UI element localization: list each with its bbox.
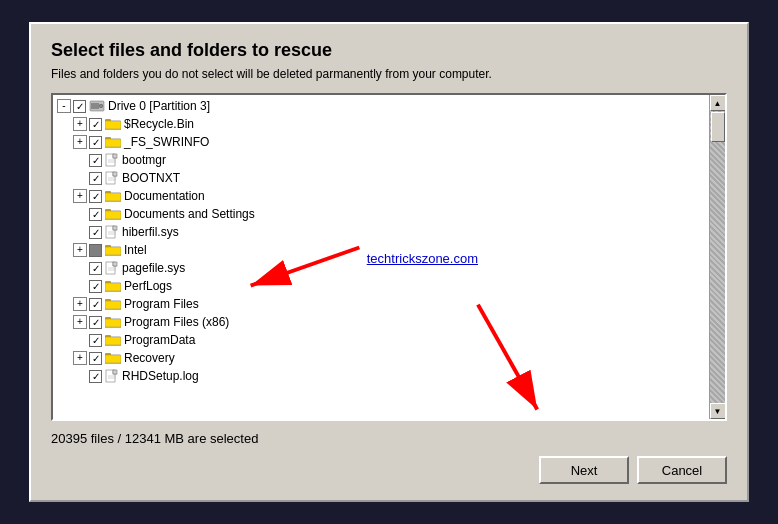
checkbox[interactable]: ✓ xyxy=(89,226,102,239)
checkbox[interactable]: ✓ xyxy=(89,136,102,149)
item-label: Documents and Settings xyxy=(124,207,255,221)
svg-rect-59 xyxy=(105,337,121,345)
file-tree-panel: -✓ Drive 0 [Partition 3]+✓ $Recycle.Bin+… xyxy=(51,93,727,421)
folder-icon xyxy=(105,352,121,364)
svg-rect-7 xyxy=(105,121,121,129)
tree-item[interactable]: +✓ _FS_SWRINFO xyxy=(55,133,707,151)
tree-item[interactable]: ✓ bootmgr xyxy=(55,151,707,169)
folder-icon xyxy=(105,298,121,310)
dialog-title: Select files and folders to rescue xyxy=(51,40,727,61)
svg-rect-66 xyxy=(113,370,117,374)
tree-item[interactable]: ✓ ProgramData xyxy=(55,331,707,349)
item-label: bootmgr xyxy=(122,153,166,167)
watermark-text: techtrickszone.com xyxy=(367,251,478,266)
folder-icon xyxy=(105,136,121,148)
item-label: _FS_SWRINFO xyxy=(124,135,209,149)
folder-icon xyxy=(105,244,121,256)
folder-icon xyxy=(105,316,121,328)
hdd-icon xyxy=(89,99,105,113)
svg-rect-14 xyxy=(113,154,117,158)
next-button[interactable]: Next xyxy=(539,456,629,484)
checkbox[interactable]: ✓ xyxy=(89,208,102,221)
file-icon xyxy=(105,153,119,167)
item-label: Recovery xyxy=(124,351,175,365)
tree-item[interactable]: ✓ RHDSetup.log xyxy=(55,367,707,385)
svg-rect-63 xyxy=(105,355,121,363)
checkbox[interactable]: ✓ xyxy=(89,298,102,311)
rescue-dialog: Select files and folders to rescue Files… xyxy=(29,22,749,502)
svg-rect-32 xyxy=(113,226,117,230)
svg-rect-25 xyxy=(105,193,121,201)
item-label: Documentation xyxy=(124,189,205,203)
scrollbar[interactable]: ▲ ▼ xyxy=(709,95,725,419)
folder-icon xyxy=(105,118,121,130)
svg-rect-1 xyxy=(91,103,99,109)
scroll-track[interactable] xyxy=(710,111,725,403)
checkbox[interactable]: ✓ xyxy=(89,352,102,365)
cancel-button[interactable]: Cancel xyxy=(637,456,727,484)
item-label: hiberfil.sys xyxy=(122,225,179,239)
button-row: Next Cancel xyxy=(51,456,727,484)
svg-rect-55 xyxy=(105,319,121,327)
item-label: Drive 0 [Partition 3] xyxy=(108,99,210,113)
item-label: BOOTNXT xyxy=(122,171,180,185)
svg-rect-11 xyxy=(105,139,121,147)
folder-icon xyxy=(105,280,121,292)
tree-item[interactable]: +✓ Documentation xyxy=(55,187,707,205)
tree-item[interactable]: +✓ Program Files xyxy=(55,295,707,313)
checkbox[interactable]: ✓ xyxy=(89,172,102,185)
checkbox[interactable]: ✓ xyxy=(89,316,102,329)
tree-item[interactable]: ✓ BOOTNXT xyxy=(55,169,707,187)
svg-point-3 xyxy=(100,105,102,107)
checkbox[interactable]: ✓ xyxy=(89,118,102,131)
item-label: ProgramData xyxy=(124,333,195,347)
checkbox[interactable]: ✓ xyxy=(89,154,102,167)
tree-item[interactable]: ✓ Documents and Settings xyxy=(55,205,707,223)
item-label: Program Files xyxy=(124,297,199,311)
svg-rect-51 xyxy=(105,301,121,309)
tree-item[interactable]: -✓ Drive 0 [Partition 3] xyxy=(55,97,707,115)
folder-icon xyxy=(105,190,121,202)
file-icon xyxy=(105,369,119,383)
scroll-down-btn[interactable]: ▼ xyxy=(710,403,726,419)
tree-item[interactable]: +✓ $Recycle.Bin xyxy=(55,115,707,133)
file-icon xyxy=(105,261,119,275)
dialog-subtitle: Files and folders you do not select will… xyxy=(51,67,727,81)
scroll-thumb[interactable] xyxy=(711,112,725,142)
svg-rect-19 xyxy=(113,172,117,176)
svg-rect-41 xyxy=(113,262,117,266)
folder-icon xyxy=(105,334,121,346)
folder-icon xyxy=(105,208,121,220)
scroll-up-btn[interactable]: ▲ xyxy=(710,95,726,111)
checkbox[interactable]: ✓ xyxy=(89,370,102,383)
item-label: pagefile.sys xyxy=(122,261,185,275)
svg-rect-47 xyxy=(105,283,121,291)
svg-rect-38 xyxy=(105,247,121,255)
tree-item[interactable]: ✓ hiberfil.sys xyxy=(55,223,707,241)
tree-item[interactable]: +✓ Program Files (x86) xyxy=(55,313,707,331)
checkbox[interactable] xyxy=(89,244,102,257)
item-label: Program Files (x86) xyxy=(124,315,229,329)
tree-item[interactable]: +✓ Recovery xyxy=(55,349,707,367)
checkbox[interactable]: ✓ xyxy=(89,262,102,275)
file-icon xyxy=(105,225,119,239)
item-label: PerfLogs xyxy=(124,279,172,293)
checkbox[interactable]: ✓ xyxy=(73,100,86,113)
item-label: $Recycle.Bin xyxy=(124,117,194,131)
file-icon xyxy=(105,171,119,185)
svg-rect-29 xyxy=(105,211,121,219)
checkbox[interactable]: ✓ xyxy=(89,280,102,293)
tree-item[interactable]: ✓ PerfLogs xyxy=(55,277,707,295)
status-bar: 20395 files / 12341 MB are selected xyxy=(51,431,727,446)
item-label: RHDSetup.log xyxy=(122,369,199,383)
checkbox[interactable]: ✓ xyxy=(89,334,102,347)
item-label: Intel xyxy=(124,243,147,257)
checkbox[interactable]: ✓ xyxy=(89,190,102,203)
